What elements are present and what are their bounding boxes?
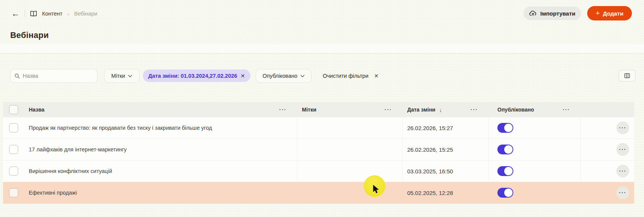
row-modified-date: 03.03.2025, 16:50 bbox=[407, 168, 453, 175]
chevron-down-icon bbox=[300, 75, 305, 77]
table-header-row: Назва ··· Мітки ··· Дата зміни ↓ ··· Опу… bbox=[3, 102, 634, 117]
breadcrumb-chevron-icon: › bbox=[67, 11, 69, 17]
cloud-upload-icon bbox=[529, 10, 537, 16]
ellipsis-icon: ··· bbox=[619, 191, 627, 194]
row-modified-date: 05.02.2025, 12:28 bbox=[407, 190, 453, 196]
row-title: Вирішення конфліктних ситуацій bbox=[29, 168, 112, 174]
row-title: Ефективні продажі bbox=[29, 190, 77, 196]
row-checkbox[interactable] bbox=[9, 188, 18, 197]
row-tags-cell bbox=[297, 117, 403, 138]
topbar-divider bbox=[25, 10, 25, 17]
published-filter-button[interactable]: Опубліковано bbox=[256, 69, 311, 83]
column-settings-button[interactable] bbox=[619, 70, 636, 82]
toggle-knob bbox=[504, 145, 513, 154]
mouse-cursor-icon bbox=[373, 185, 379, 195]
toggle-knob bbox=[504, 124, 513, 132]
sort-desc-icon[interactable]: ↓ bbox=[439, 107, 442, 113]
date-filter-chip[interactable]: Дата зміни: 01.03.2024,27.02.2026 ✕ bbox=[143, 69, 250, 82]
plus-icon: + bbox=[596, 10, 600, 17]
select-all-checkbox[interactable] bbox=[9, 105, 18, 114]
filter-bar: Мітки Дата зміни: 01.03.2024,27.02.2026 … bbox=[0, 69, 644, 83]
back-button[interactable]: ← bbox=[11, 9, 20, 19]
column-menu-icon[interactable]: ··· bbox=[385, 108, 392, 112]
row-title: Продаж як партнерство: як продавати без … bbox=[29, 125, 212, 131]
row-checkbox[interactable] bbox=[9, 123, 18, 132]
toggle-knob bbox=[504, 167, 513, 175]
row-actions-button[interactable]: ··· bbox=[616, 143, 629, 156]
row-actions-button[interactable]: ··· bbox=[616, 165, 629, 178]
search-input[interactable] bbox=[23, 73, 93, 79]
ellipsis-icon: ··· bbox=[619, 148, 627, 151]
toggle-knob bbox=[504, 189, 513, 197]
columns-icon bbox=[624, 73, 630, 78]
import-button[interactable]: Імпортувати bbox=[524, 6, 581, 20]
row-actions-button[interactable]: ··· bbox=[616, 186, 629, 199]
import-button-label: Імпортувати bbox=[540, 10, 575, 17]
page-title: Вебінари bbox=[10, 30, 49, 40]
header-divider bbox=[0, 44, 644, 53]
clear-filters-close-icon: ✕ bbox=[374, 73, 379, 79]
search-input-wrapper[interactable] bbox=[10, 69, 97, 83]
column-menu-icon[interactable]: ··· bbox=[563, 108, 570, 112]
column-header-tags[interactable]: Мітки bbox=[302, 107, 316, 113]
row-modified-date: 26.02.2026, 15:27 bbox=[407, 125, 453, 131]
date-filter-chip-label: Дата зміни: 01.03.2024,27.02.2026 bbox=[148, 73, 237, 79]
row-tags-cell bbox=[297, 139, 403, 160]
breadcrumb-current: Вебінари bbox=[74, 11, 97, 17]
row-modified-date: 26.02.2026, 15:25 bbox=[407, 146, 453, 153]
date-chip-close-icon[interactable]: ✕ bbox=[241, 73, 245, 79]
table-row[interactable]: Ефективні продажі 05.02.2025, 12:28 ··· bbox=[3, 182, 634, 204]
row-checkbox[interactable] bbox=[9, 145, 18, 154]
published-toggle[interactable] bbox=[497, 123, 513, 133]
published-toggle[interactable] bbox=[497, 188, 513, 198]
add-button-label: Додати bbox=[603, 10, 623, 17]
tags-filter-button[interactable]: Мітки bbox=[104, 69, 139, 83]
ellipsis-icon: ··· bbox=[619, 126, 627, 129]
column-header-published[interactable]: Опубліковано bbox=[497, 107, 534, 113]
chevron-down-icon bbox=[128, 75, 132, 77]
add-button[interactable]: + Додати bbox=[587, 6, 632, 20]
table-row[interactable]: 17 лайфхаків для інтернет-маркетингу 26.… bbox=[3, 139, 634, 160]
column-menu-icon[interactable]: ··· bbox=[470, 108, 478, 112]
breadcrumb-section[interactable]: Контент bbox=[42, 11, 63, 17]
tags-filter-label: Мітки bbox=[111, 73, 125, 79]
published-toggle[interactable] bbox=[497, 145, 513, 154]
clear-filters-label: Очистити фільтри bbox=[323, 73, 369, 79]
published-filter-label: Опубліковано bbox=[263, 73, 297, 79]
table-row[interactable]: Продаж як партнерство: як продавати без … bbox=[3, 117, 634, 139]
published-toggle[interactable] bbox=[497, 166, 513, 176]
webinars-table: Назва ··· Мітки ··· Дата зміни ↓ ··· Опу… bbox=[3, 102, 634, 204]
table-body: Продаж як партнерство: як продавати без … bbox=[3, 117, 634, 204]
clear-filters-button[interactable]: Очистити фільтри ✕ bbox=[323, 69, 378, 83]
column-menu-icon[interactable]: ··· bbox=[279, 108, 287, 112]
row-title: 17 лайфхаків для інтернет-маркетингу bbox=[29, 146, 127, 153]
book-icon bbox=[30, 11, 37, 17]
row-checkbox[interactable] bbox=[9, 167, 18, 176]
row-tags-cell bbox=[297, 160, 403, 182]
top-bar: ← Контент › Вебінари bbox=[11, 8, 97, 19]
ellipsis-icon: ··· bbox=[619, 170, 627, 173]
column-header-modified[interactable]: Дата зміни bbox=[407, 107, 435, 113]
row-actions-button[interactable]: ··· bbox=[616, 121, 629, 134]
table-row[interactable]: Вирішення конфліктних ситуацій 03.03.202… bbox=[3, 160, 634, 182]
search-icon bbox=[14, 73, 20, 79]
column-header-name[interactable]: Назва bbox=[29, 107, 44, 113]
row-tags-cell bbox=[297, 182, 403, 203]
